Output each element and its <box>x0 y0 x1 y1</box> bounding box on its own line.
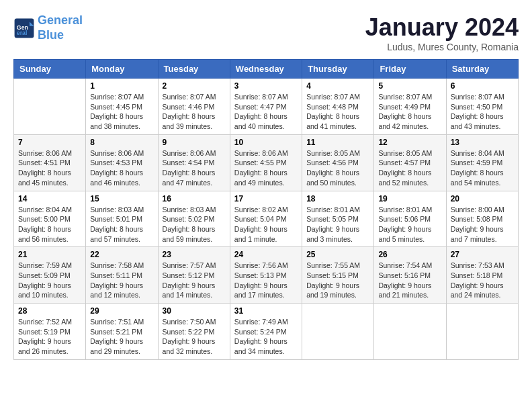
day-info: Sunrise: 7:57 AMSunset: 5:12 PMDaylight:… <box>163 261 226 300</box>
day-info: Sunrise: 8:07 AMSunset: 4:50 PMDaylight:… <box>451 92 514 132</box>
calendar-cell: 10Sunrise: 8:06 AMSunset: 4:55 PMDayligh… <box>230 134 302 191</box>
calendar-cell: 13Sunrise: 8:04 AMSunset: 4:59 PMDayligh… <box>446 134 518 191</box>
day-number: 24 <box>234 250 298 259</box>
calendar-cell <box>14 79 86 135</box>
month-title: January 2024 <box>365 13 519 42</box>
calendar-cell: 15Sunrise: 8:03 AMSunset: 5:01 PMDayligh… <box>86 191 158 247</box>
day-number: 7 <box>18 138 81 147</box>
logo-text: General Blue <box>38 13 83 42</box>
calendar-cell: 29Sunrise: 7:51 AMSunset: 5:21 PMDayligh… <box>86 304 158 360</box>
svg-text:eral: eral <box>17 30 28 36</box>
day-info: Sunrise: 8:01 AMSunset: 5:05 PMDaylight:… <box>306 205 369 244</box>
day-info: Sunrise: 8:07 AMSunset: 4:47 PMDaylight:… <box>234 92 298 132</box>
day-info: Sunrise: 7:52 AMSunset: 5:19 PMDaylight:… <box>18 317 81 357</box>
day-number: 31 <box>234 306 298 316</box>
calendar-cell: 11Sunrise: 8:05 AMSunset: 4:56 PMDayligh… <box>302 134 374 191</box>
column-header-monday: Monday <box>86 60 158 79</box>
calendar-cell: 25Sunrise: 7:55 AMSunset: 5:15 PMDayligh… <box>302 247 374 304</box>
day-number: 8 <box>90 138 153 147</box>
calendar-cell: 18Sunrise: 8:01 AMSunset: 5:05 PMDayligh… <box>302 191 374 247</box>
calendar-cell: 30Sunrise: 7:50 AMSunset: 5:22 PMDayligh… <box>158 304 230 360</box>
day-info: Sunrise: 8:04 AMSunset: 5:00 PMDaylight:… <box>18 205 81 244</box>
day-number: 16 <box>163 194 226 203</box>
calendar: SundayMondayTuesdayWednesdayThursdayFrid… <box>13 59 519 360</box>
day-number: 5 <box>378 81 441 91</box>
day-info: Sunrise: 8:07 AMSunset: 4:49 PMDaylight:… <box>378 92 441 132</box>
day-number: 20 <box>451 194 514 203</box>
calendar-cell: 23Sunrise: 7:57 AMSunset: 5:12 PMDayligh… <box>158 247 230 304</box>
day-number: 26 <box>378 250 441 259</box>
week-row-2: 7Sunrise: 8:06 AMSunset: 4:51 PMDaylight… <box>14 134 519 191</box>
calendar-cell: 3Sunrise: 8:07 AMSunset: 4:47 PMDaylight… <box>230 79 302 135</box>
calendar-cell: 6Sunrise: 8:07 AMSunset: 4:50 PMDaylight… <box>446 79 518 135</box>
day-number: 29 <box>90 306 153 316</box>
day-number: 12 <box>378 138 441 147</box>
calendar-cell: 17Sunrise: 8:02 AMSunset: 5:04 PMDayligh… <box>230 191 302 247</box>
day-info: Sunrise: 7:59 AMSunset: 5:09 PMDaylight:… <box>18 261 81 300</box>
day-info: Sunrise: 8:07 AMSunset: 4:48 PMDaylight:… <box>306 92 369 132</box>
day-info: Sunrise: 7:49 AMSunset: 5:24 PMDaylight:… <box>234 317 298 357</box>
day-info: Sunrise: 8:07 AMSunset: 4:45 PMDaylight:… <box>90 92 153 132</box>
day-info: Sunrise: 8:06 AMSunset: 4:55 PMDaylight:… <box>234 148 298 188</box>
calendar-cell <box>302 304 374 360</box>
day-number: 2 <box>163 81 226 91</box>
day-number: 13 <box>451 138 514 147</box>
day-info: Sunrise: 8:05 AMSunset: 4:57 PMDaylight:… <box>378 148 441 188</box>
calendar-cell: 12Sunrise: 8:05 AMSunset: 4:57 PMDayligh… <box>374 134 446 191</box>
day-info: Sunrise: 8:05 AMSunset: 4:56 PMDaylight:… <box>306 148 369 188</box>
day-info: Sunrise: 7:58 AMSunset: 5:11 PMDaylight:… <box>90 261 153 300</box>
calendar-cell: 4Sunrise: 8:07 AMSunset: 4:48 PMDaylight… <box>302 79 374 135</box>
column-header-tuesday: Tuesday <box>158 60 230 79</box>
day-number: 9 <box>163 138 226 147</box>
day-info: Sunrise: 8:00 AMSunset: 5:08 PMDaylight:… <box>451 205 514 244</box>
day-info: Sunrise: 8:03 AMSunset: 5:01 PMDaylight:… <box>90 205 153 244</box>
day-number: 23 <box>163 250 226 259</box>
column-header-friday: Friday <box>374 60 446 79</box>
day-info: Sunrise: 7:53 AMSunset: 5:18 PMDaylight:… <box>451 261 514 300</box>
day-number: 30 <box>163 306 226 316</box>
calendar-cell: 2Sunrise: 8:07 AMSunset: 4:46 PMDaylight… <box>158 79 230 135</box>
day-number: 22 <box>90 250 153 259</box>
calendar-cell <box>374 304 446 360</box>
week-row-3: 14Sunrise: 8:04 AMSunset: 5:00 PMDayligh… <box>14 191 519 247</box>
day-number: 15 <box>90 194 153 203</box>
day-number: 25 <box>306 250 369 259</box>
day-info: Sunrise: 7:50 AMSunset: 5:22 PMDaylight:… <box>163 317 226 357</box>
day-info: Sunrise: 7:51 AMSunset: 5:21 PMDaylight:… <box>90 317 153 357</box>
week-row-1: 1Sunrise: 8:07 AMSunset: 4:45 PMDaylight… <box>14 79 519 135</box>
day-info: Sunrise: 8:03 AMSunset: 5:02 PMDaylight:… <box>163 205 226 244</box>
calendar-cell: 26Sunrise: 7:54 AMSunset: 5:16 PMDayligh… <box>374 247 446 304</box>
calendar-cell: 28Sunrise: 7:52 AMSunset: 5:19 PMDayligh… <box>14 304 86 360</box>
calendar-cell: 9Sunrise: 8:06 AMSunset: 4:54 PMDaylight… <box>158 134 230 191</box>
calendar-cell: 5Sunrise: 8:07 AMSunset: 4:49 PMDaylight… <box>374 79 446 135</box>
week-row-4: 21Sunrise: 7:59 AMSunset: 5:09 PMDayligh… <box>14 247 519 304</box>
calendar-cell: 21Sunrise: 7:59 AMSunset: 5:09 PMDayligh… <box>14 247 86 304</box>
day-info: Sunrise: 8:06 AMSunset: 4:53 PMDaylight:… <box>90 148 153 188</box>
day-number: 6 <box>451 81 514 91</box>
day-info: Sunrise: 7:54 AMSunset: 5:16 PMDaylight:… <box>378 261 441 300</box>
day-info: Sunrise: 8:01 AMSunset: 5:06 PMDaylight:… <box>378 205 441 244</box>
day-info: Sunrise: 8:06 AMSunset: 4:51 PMDaylight:… <box>18 148 81 188</box>
header: Gen eral General Blue January 2024 Ludus… <box>13 13 519 52</box>
day-number: 17 <box>234 194 298 203</box>
day-info: Sunrise: 7:56 AMSunset: 5:13 PMDaylight:… <box>234 261 298 300</box>
calendar-cell: 20Sunrise: 8:00 AMSunset: 5:08 PMDayligh… <box>446 191 518 247</box>
day-info: Sunrise: 8:04 AMSunset: 4:59 PMDaylight:… <box>451 148 514 188</box>
column-header-wednesday: Wednesday <box>230 60 302 79</box>
title-area: January 2024 Ludus, Mures County, Romani… <box>365 13 519 52</box>
calendar-cell: 1Sunrise: 8:07 AMSunset: 4:45 PMDaylight… <box>86 79 158 135</box>
day-info: Sunrise: 8:07 AMSunset: 4:46 PMDaylight:… <box>163 92 226 132</box>
calendar-cell: 14Sunrise: 8:04 AMSunset: 5:00 PMDayligh… <box>14 191 86 247</box>
day-info: Sunrise: 8:02 AMSunset: 5:04 PMDaylight:… <box>234 205 298 244</box>
day-number: 27 <box>451 250 514 259</box>
logo: Gen eral General Blue <box>13 13 83 42</box>
logo-icon: Gen eral <box>13 17 35 39</box>
day-number: 21 <box>18 250 81 259</box>
calendar-cell: 19Sunrise: 8:01 AMSunset: 5:06 PMDayligh… <box>374 191 446 247</box>
day-info: Sunrise: 7:55 AMSunset: 5:15 PMDaylight:… <box>306 261 369 300</box>
calendar-cell: 31Sunrise: 7:49 AMSunset: 5:24 PMDayligh… <box>230 304 302 360</box>
day-info: Sunrise: 8:06 AMSunset: 4:54 PMDaylight:… <box>163 148 226 188</box>
day-number: 14 <box>18 194 81 203</box>
day-number: 18 <box>306 194 369 203</box>
day-number: 10 <box>234 138 298 147</box>
